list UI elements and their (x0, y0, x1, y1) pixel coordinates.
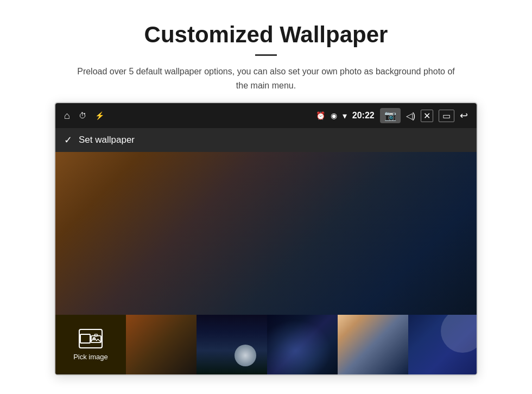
wallpaper-preview (55, 152, 477, 315)
window-icon[interactable]: ▭ (439, 110, 454, 122)
alarm-icon: ⏱ (79, 111, 86, 120)
wallpaper-thumb-5[interactable] (338, 315, 408, 374)
status-time: 20:22 (352, 111, 375, 120)
home-icon[interactable]: ⌂ (64, 110, 70, 122)
wifi-icon: ▾ (343, 111, 347, 121)
set-wallpaper-bar: ✓ Set wallpaper (55, 128, 477, 152)
clock-icon: ⏰ (316, 111, 325, 120)
wallpaper-thumb-4[interactable] (267, 315, 338, 374)
wallpaper-thumb-2[interactable] (126, 315, 197, 374)
usb-icon: ⚡ (95, 111, 104, 120)
location-icon: ◉ (331, 111, 337, 120)
thumbnail-strip: Pick image (55, 315, 477, 374)
pick-image-icon (79, 329, 103, 348)
status-bar: ⌂ ⏱ ⚡ ⏰ ◉ ▾ 20:22 📷 ◁) ✕ ▭ ↩ (55, 103, 477, 128)
title-divider (255, 54, 277, 56)
page-subtitle: Preload over 5 default wallpaper options… (76, 65, 456, 92)
back-icon[interactable]: ↩ (460, 110, 468, 122)
pick-image-thumb[interactable]: Pick image (55, 315, 126, 374)
confirm-icon[interactable]: ✓ (64, 134, 72, 146)
page-title: Customized Wallpaper (144, 22, 388, 48)
device-screen: ⌂ ⏱ ⚡ ⏰ ◉ ▾ 20:22 📷 ◁) ✕ ▭ ↩ ✓ Set wallp… (54, 102, 478, 376)
camera-button[interactable]: 📷 (380, 108, 401, 123)
volume-icon[interactable]: ◁) (406, 111, 415, 121)
status-bar-right: ⏰ ◉ ▾ 20:22 📷 ◁) ✕ ▭ ↩ (316, 108, 468, 123)
pick-image-label: Pick image (73, 353, 108, 361)
wallpaper-thumb-3[interactable] (197, 315, 267, 374)
close-icon[interactable]: ✕ (421, 110, 433, 122)
status-bar-left: ⌂ ⏱ ⚡ (64, 110, 104, 122)
set-wallpaper-label: Set wallpaper (79, 135, 135, 145)
wallpaper-thumb-6[interactable] (408, 315, 478, 374)
